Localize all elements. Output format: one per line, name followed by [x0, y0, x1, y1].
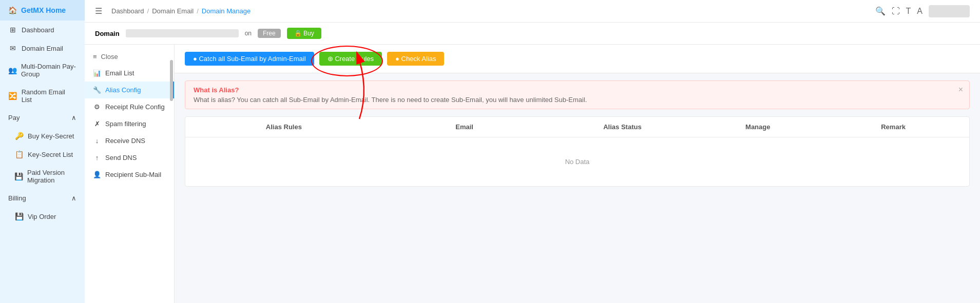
sidebar-logo-label: GetMX Home [21, 6, 66, 14]
breadcrumb-domain-manage: Domain Manage [202, 7, 251, 15]
avatar [929, 5, 970, 17]
banner-close-button[interactable]: × [958, 85, 963, 94]
sidebar-item-label: Paid Version Migration [27, 169, 76, 184]
inner-sidebar-alias-config[interactable]: 🔧 Alias Config [85, 82, 174, 98]
action-bar: ● Catch all Sub-Email by Admin-Email ⊕ C… [175, 45, 980, 73]
inner-sidebar-item-label: Receive DNS [105, 137, 145, 145]
inner-sidebar-recipient-submail[interactable]: 👤 Recipient Sub-Mail [85, 166, 174, 183]
inner-sidebar-item-label: Send DNS [105, 154, 137, 161]
col-alias-status: Alias Status [555, 123, 690, 131]
vip-icon: 💾 [14, 212, 24, 220]
sidebar-item-label: Vip Order [28, 213, 56, 220]
table-empty: No Data [185, 137, 969, 186]
user-icon: 👤 [93, 171, 101, 178]
banner-title: What is Alias? [194, 86, 961, 94]
col-manage: Manage [690, 123, 825, 131]
random-icon: 🔀 [8, 92, 17, 100]
inner-sidebar-item-label: Alias Config [105, 86, 141, 94]
sidebar-item-label: Random Email List [22, 88, 76, 104]
domain-value [126, 29, 239, 37]
sidebar-group-billing[interactable]: Billing ∧ [0, 189, 85, 207]
col-alias-rules: Alias Rules [194, 123, 374, 131]
breadcrumb: Dashboard / Domain Email / Domain Manage [111, 7, 251, 15]
table-header: Alias Rules Email Alias Status Manage Re… [185, 117, 969, 137]
chevron-up-icon-billing: ∧ [71, 194, 76, 202]
expand-icon[interactable]: ⛶ [892, 7, 900, 16]
domain-bar: Domain on Free 🔒 Buy [85, 23, 980, 45]
group-icon: 👥 [8, 66, 17, 74]
col-remark: Remark [825, 123, 961, 131]
gear-icon: ⚙ [93, 103, 101, 111]
close-label: Close [101, 53, 118, 60]
config-icon: 🔧 [93, 86, 101, 94]
sidebar-item-vip-order[interactable]: 💾 Vip Order [0, 207, 85, 226]
inner-sidebar-item-label: Receipt Rule Config [105, 103, 165, 111]
sidebar-item-buy-key-secret[interactable]: 🔑 Buy Key-Secret [0, 127, 85, 145]
create-rules-button[interactable]: ⊕ Create Rules [319, 52, 382, 66]
sidebar-item-dashboard[interactable]: ⊞ Dashboard [0, 21, 85, 39]
sidebar-item-label: Key-Secret List [28, 151, 73, 158]
chevron-up-icon: ∧ [71, 114, 76, 122]
col-email: Email [374, 123, 555, 131]
content-area: ≡ Close 📊 Email List 🔧 Alias Config ⚙ Re… [85, 45, 980, 303]
create-rules-wrapper: ⊕ Create Rules [319, 52, 382, 66]
sidebar-item-label: Buy Key-Secret [28, 132, 74, 140]
sidebar-group-pay[interactable]: Pay ∧ [0, 109, 85, 127]
chart-icon: 📊 [93, 69, 101, 77]
sidebar-item-label: Multi-Domain Pay-Group [21, 63, 76, 78]
topbar-icons: 🔍 ⛶ T A [875, 5, 970, 17]
main-panel: ● Catch all Sub-Email by Admin-Email ⊕ C… [175, 45, 980, 303]
inner-sidebar-receipt-rule[interactable]: ⚙ Receipt Rule Config [85, 98, 174, 115]
accessibility-icon[interactable]: A [917, 7, 923, 16]
home-icon: 🏠 [8, 6, 17, 14]
inner-sidebar-item-label: Spam filtering [105, 120, 146, 128]
breadcrumb-sep-2: / [197, 7, 199, 15]
scrollbar [170, 60, 173, 101]
save-icon: 💾 [14, 172, 23, 180]
main-content: ☰ Dashboard / Domain Email / Domain Mana… [85, 0, 980, 303]
billing-label: Billing [8, 194, 26, 202]
buy-button[interactable]: 🔒 Buy [287, 28, 321, 39]
list-icon: 📋 [14, 150, 24, 158]
left-sidebar: 🏠 GetMX Home ⊞ Dashboard ✉ Domain Email … [0, 0, 85, 303]
pay-label: Pay [8, 114, 20, 122]
inner-sidebar-close[interactable]: ≡ Close [85, 49, 174, 65]
catch-all-button[interactable]: ● Catch all Sub-Email by Admin-Email [185, 52, 314, 66]
data-table: Alias Rules Email Alias Status Manage Re… [185, 116, 970, 187]
download-icon: ↓ [93, 137, 101, 145]
sidebar-item-multi-domain[interactable]: 👥 Multi-Domain Pay-Group [0, 57, 85, 83]
text-icon[interactable]: T [906, 7, 911, 16]
dashboard-icon: ⊞ [8, 26, 17, 34]
sidebar-item-label: Domain Email [22, 45, 63, 52]
close-lines-icon: ≡ [93, 53, 97, 60]
search-icon[interactable]: 🔍 [875, 6, 886, 16]
sidebar-item-domain-email[interactable]: ✉ Domain Email [0, 39, 85, 57]
spam-icon: ✗ [93, 120, 101, 128]
sidebar-logo[interactable]: 🏠 GetMX Home [0, 0, 85, 21]
sidebar-item-key-secret-list[interactable]: 📋 Key-Secret List [0, 145, 85, 164]
inner-sidebar-email-list[interactable]: 📊 Email List [85, 65, 174, 82]
inner-sidebar-receive-dns[interactable]: ↓ Receive DNS [85, 132, 174, 149]
inner-sidebar-send-dns[interactable]: ↑ Send DNS [85, 149, 174, 166]
sidebar-item-label: Dashboard [22, 26, 54, 34]
key-icon: 🔑 [14, 132, 24, 140]
domain-status: on [245, 30, 252, 37]
menu-icon[interactable]: ☰ [95, 6, 102, 16]
inner-sidebar-item-label: Email List [105, 69, 134, 77]
free-badge[interactable]: Free [258, 29, 281, 38]
inner-sidebar-spam[interactable]: ✗ Spam filtering [85, 115, 174, 132]
upload-icon: ↑ [93, 154, 101, 161]
banner-desc: What is alias? You can catch all Sub-Ema… [194, 96, 961, 104]
breadcrumb-sep-1: / [147, 7, 149, 15]
sidebar-item-paid-version[interactable]: 💾 Paid Version Migration [0, 164, 85, 189]
sidebar-item-random-email[interactable]: 🔀 Random Email List [0, 83, 85, 109]
check-alias-button[interactable]: ● Check Alias [387, 52, 444, 66]
envelope-icon: ✉ [8, 44, 17, 52]
topbar: ☰ Dashboard / Domain Email / Domain Mana… [85, 0, 980, 23]
domain-label: Domain [95, 30, 120, 37]
breadcrumb-dashboard[interactable]: Dashboard [111, 7, 144, 15]
inner-sidebar-item-label: Recipient Sub-Mail [105, 171, 161, 178]
inner-sidebar: ≡ Close 📊 Email List 🔧 Alias Config ⚙ Re… [85, 45, 175, 303]
info-banner: What is Alias? What is alias? You can ca… [185, 80, 970, 109]
breadcrumb-domain-email[interactable]: Domain Email [152, 7, 194, 15]
